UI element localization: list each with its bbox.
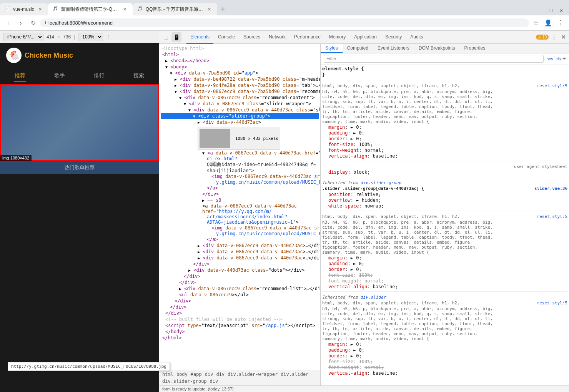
more-button[interactable]: ⋮ (555, 18, 566, 28)
tab-1-close[interactable]: ✕ (37, 6, 43, 12)
back-button[interactable]: ‹ (3, 18, 14, 28)
style-source-slider[interactable]: reset.styl:5 (537, 301, 567, 306)
dom-line-div-close-4[interactable]: </div> (161, 298, 319, 304)
dom-line-recommend[interactable]: <div data-v-0867ecc9 data-v-7ba5bd90 cla… (161, 88, 319, 95)
dom-line-div-v440-1[interactable]: <div data-v-0867ecc9 data-v-440d73ac>…</… (161, 243, 319, 249)
tab-performance[interactable]: Performance (290, 31, 324, 44)
style-source-link-slider-group[interactable]: slider.vue:36 (534, 186, 567, 191)
new-tab-button[interactable]: + (217, 3, 229, 15)
zoom-selector[interactable]: 100% (78, 33, 103, 41)
tab-network[interactable]: Network (265, 31, 289, 44)
dom-slider-triangle[interactable] (188, 108, 191, 112)
dom-line-div-v440-3[interactable]: <div data-v-0867ecc9 data-v-440d73ac>…</… (161, 255, 319, 261)
inherited-from-slider-link[interactable]: div.slider (360, 295, 386, 300)
dom-line-dots[interactable]: <div data-v-440d73ac class="dots"></div> (161, 267, 319, 273)
tab-3-close[interactable]: ✕ (206, 6, 213, 12)
tab-application[interactable]: Application (350, 31, 381, 44)
tab-elements[interactable]: Elements (186, 31, 213, 44)
dom-line-tab[interactable]: <div data-v-9c4fe28a data-v-7ba5bd90 cla… (161, 82, 319, 88)
dom-line-head[interactable]: <head>…</head> (161, 58, 319, 64)
styles-filter-input[interactable] (324, 55, 544, 63)
dom-line-div-close[interactable]: </div> (161, 191, 319, 197)
tab-console[interactable]: Console (214, 31, 239, 44)
dom-line-script[interactable]: <script type="text/javascript" src="/app… (161, 322, 319, 329)
devtools-close-button[interactable]: ✕ (559, 33, 567, 41)
tab-2-close[interactable]: ✕ (122, 6, 128, 12)
dom-content[interactable]: <!doctype html> <html> <head>…</head> <b… (159, 44, 320, 370)
style-source-slider-group[interactable]: slider.vue:36 (534, 186, 567, 191)
styles-tab-properties[interactable]: Properties (459, 44, 490, 53)
minimize-button[interactable]: ─ (535, 6, 544, 15)
dom-line-html[interactable]: <html> (161, 51, 319, 58)
dom-v440-2-triangle[interactable] (198, 250, 200, 254)
bc-div-2[interactable]: div (216, 372, 225, 377)
tab-security[interactable]: Security (381, 31, 406, 44)
styles-tab-computed[interactable]: Computed (343, 44, 373, 53)
dom-line-a-close-1[interactable]: </a> (161, 185, 319, 191)
tab-sources[interactable]: Sources (240, 31, 264, 44)
close-button[interactable]: ✕ (557, 6, 566, 15)
bc-app[interactable]: #app (191, 372, 202, 377)
dom-head-triangle[interactable] (165, 59, 168, 63)
bc-div-1[interactable]: div (205, 372, 213, 377)
dom-line-mheader[interactable]: <div data-v-be498722 data-v-7ba5bd90 cla… (161, 76, 319, 82)
style-source-link-slider[interactable]: reset.styl:5 (537, 301, 567, 306)
styles-add-rule[interactable]: + (562, 55, 566, 62)
style-source-link-reset1[interactable]: reset.styl:5 (537, 83, 567, 88)
dom-item1-triangle[interactable] (198, 120, 200, 125)
dom-line-a-close-2[interactable]: </a> (161, 236, 319, 243)
styles-content[interactable]: element.style { } html, body, div, span,… (321, 65, 569, 385)
dom-slider-wrapper-triangle[interactable] (184, 102, 186, 106)
nav-item-singer[interactable]: 歌手 (50, 71, 70, 81)
device-toggle-button[interactable]: 📱 (171, 32, 181, 42)
style-source-link-reset2[interactable]: reset.styl:5 (537, 214, 567, 219)
reload-button[interactable]: ↻ (28, 18, 38, 28)
dom-line-anchor-2[interactable]: == $0 (161, 197, 319, 203)
tab-2[interactable]: 🎵 蒙面唱将猜猜猜第三季-QQ音乐 ✕ (48, 3, 133, 15)
dom-v440-1-triangle[interactable] (198, 244, 200, 248)
dom-dots-triangle[interactable] (188, 268, 191, 272)
tab-3[interactable]: 🎵 QQ音乐 - 千万正版音乐海量无损 ✕ (133, 3, 217, 15)
devtools-more-button[interactable]: ⋮ (549, 33, 559, 41)
styles-tab-events[interactable]: Event Listeners (373, 44, 414, 53)
dom-line-div-close-sg[interactable]: </div> (161, 261, 319, 267)
dom-line-slider-wrapper[interactable]: <div data-v-0867ecc9 class="slider-wrapp… (161, 101, 319, 107)
maximize-button[interactable]: ☐ (546, 6, 555, 15)
dom-line-img-2[interactable]: <img data-v-0867ecc9 data-v-440d73ac src… (161, 225, 319, 231)
tab-memory[interactable]: Memory (325, 31, 349, 44)
dom-rec-content-triangle[interactable] (179, 96, 181, 100)
dom-recommend-triangle[interactable] (175, 90, 177, 94)
url-bar[interactable]: ℹ localhost:8080/#/recommend (40, 18, 529, 27)
dom-anchor1-triangle[interactable] (202, 151, 205, 155)
dom-line-app-div[interactable]: <div data-v-7ba5bd90 id="app"> (161, 70, 319, 76)
dom-line-div-close-5[interactable]: </div> (161, 304, 319, 310)
dom-rec-list-triangle[interactable] (179, 287, 181, 291)
dom-line-body[interactable]: <body> (161, 64, 319, 70)
nav-item-rank[interactable]: 排行 (89, 71, 109, 81)
dom-line-rec-content[interactable]: <div data-v-0867ecc9 class="recommend-co… (161, 95, 319, 101)
dom-line-doctype[interactable]: <!doctype html> (161, 45, 319, 51)
device-selector[interactable]: iPhone 6/7/... (3, 33, 43, 41)
bc-html[interactable]: html (162, 372, 173, 377)
profile-button[interactable]: 👤 (543, 18, 554, 28)
dom-line-div-close-6[interactable]: </div> (161, 310, 319, 316)
dom-line-html-close[interactable]: </html> (161, 335, 319, 341)
dom-line-ul[interactable]: <ul data-v-0867ecc9></ul> (161, 292, 319, 298)
bc-slider-group[interactable]: div.slider-group (162, 379, 207, 384)
style-source-reset2[interactable]: reset.styl:5 (537, 214, 567, 219)
dom-mheader-triangle[interactable] (175, 77, 177, 81)
dom-line-div-close-3[interactable]: </div> (161, 279, 319, 286)
style-source-reset1[interactable]: reset.styl:5 (537, 83, 567, 88)
dom-line-body-close[interactable]: </body> (161, 329, 319, 335)
nav-item-search[interactable]: 搜索 (129, 71, 149, 81)
dom-slider-group-triangle[interactable] (193, 114, 195, 118)
bc-div-last[interactable]: div (210, 379, 218, 384)
styles-tab-styles[interactable]: Styles (321, 44, 343, 53)
bc-body[interactable]: body (176, 372, 188, 377)
styles-hov-cls-toggle[interactable]: :hov .cls (545, 56, 561, 61)
dom-line-div-v440-2[interactable]: <div data-v-0867ecc9 data-v-440d73ac>…</… (161, 249, 319, 255)
dom-line-div-close-2[interactable]: </div> (161, 273, 319, 279)
dom-line-slider-item-1[interactable]: <div data-v-440d73ac> (161, 119, 319, 125)
forward-button[interactable]: › (15, 18, 26, 28)
inspect-element-button[interactable]: ⬚ (161, 32, 171, 42)
